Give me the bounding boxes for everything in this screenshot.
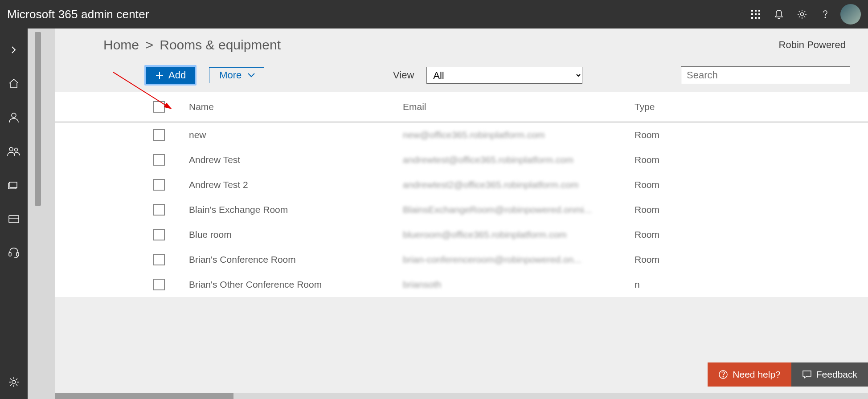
svg-rect-5	[758, 13, 760, 15]
cell-email: brian-conferenceroom@robinpowered.on...	[403, 254, 635, 265]
search-input[interactable]	[681, 66, 850, 84]
cell-type: n	[635, 279, 688, 290]
left-nav	[0, 28, 28, 399]
svg-rect-6	[751, 17, 753, 19]
plus-icon	[155, 71, 164, 80]
billing-icon[interactable]	[3, 208, 25, 230]
table-row[interactable]: Andrew Test andrewtest@office365.robinpl…	[55, 147, 868, 172]
row-checkbox[interactable]	[153, 179, 165, 191]
cell-name: Blue room	[189, 229, 403, 240]
table-header: Name Email Type	[55, 92, 868, 122]
groups-icon[interactable]	[3, 141, 25, 162]
breadcrumb-current: Rooms & equipment	[160, 37, 281, 52]
table-row[interactable]: Blain's Exchange Room BlainsExchangeRoom…	[55, 197, 868, 222]
cell-email: blueroom@office365.robinplatform.com	[403, 229, 635, 240]
chevron-down-icon	[247, 72, 256, 78]
svg-rect-8	[758, 17, 760, 19]
table-row[interactable]: Brian's Conference Room brian-conference…	[55, 247, 868, 272]
notifications-icon[interactable]	[767, 3, 790, 26]
select-all-checkbox[interactable]	[153, 101, 165, 113]
app-title: Microsoft 365 admin center	[7, 8, 149, 21]
user-icon[interactable]	[3, 107, 25, 128]
breadcrumb-home[interactable]: Home	[103, 37, 139, 52]
row-checkbox[interactable]	[153, 229, 165, 240]
question-circle-icon	[718, 370, 728, 379]
view-label: View	[393, 69, 414, 81]
svg-point-13	[15, 148, 18, 151]
svg-rect-14	[10, 182, 17, 187]
svg-rect-3	[751, 13, 753, 15]
more-button-label: More	[219, 69, 242, 81]
add-button[interactable]: Add	[144, 65, 197, 86]
svg-rect-4	[755, 13, 757, 15]
svg-rect-15	[9, 216, 19, 223]
cell-email: andrewtest@office365.robinplatform.com	[403, 155, 635, 165]
column-type[interactable]: Type	[635, 102, 688, 112]
cell-type: Room	[635, 155, 688, 165]
main-content: Home > Rooms & equipment Robin Powered A…	[55, 28, 868, 393]
cell-name: Andrew Test	[189, 155, 403, 165]
horizontal-scrollbar-thumb[interactable]	[55, 393, 233, 399]
cell-name: Brian's Conference Room	[189, 254, 403, 265]
help-icon[interactable]	[814, 3, 837, 26]
table-row[interactable]: Blue room blueroom@office365.robinplatfo…	[55, 222, 868, 247]
support-icon[interactable]	[3, 242, 25, 264]
table-row[interactable]: Andrew Test 2 andrewtest2@office365.robi…	[55, 172, 868, 197]
avatar[interactable]	[840, 4, 861, 24]
cell-type: Room	[635, 229, 688, 240]
view-select[interactable]: All	[426, 67, 582, 84]
table-row[interactable]: Brian's Other Conference Room briansoth …	[55, 272, 868, 297]
vertical-scrollbar-thumb[interactable]	[35, 32, 41, 206]
column-name[interactable]: Name	[189, 102, 403, 112]
rooms-table: Name Email Type new new@office365.robinp…	[55, 92, 868, 297]
cell-email: briansoth	[403, 279, 635, 290]
breadcrumb: Home > Rooms & equipment	[103, 37, 281, 53]
svg-rect-1	[755, 10, 757, 12]
row-checkbox[interactable]	[153, 129, 165, 141]
cell-type: Room	[635, 254, 688, 265]
row-checkbox[interactable]	[153, 279, 165, 290]
svg-point-10	[825, 17, 826, 18]
add-button-label: Add	[168, 69, 186, 81]
home-icon[interactable]	[3, 73, 25, 94]
row-checkbox[interactable]	[153, 204, 165, 216]
feedback-button[interactable]: Feedback	[791, 362, 868, 387]
table-row[interactable]: new new@office365.robinplatform.com Room	[55, 122, 868, 147]
gear-icon[interactable]	[790, 3, 814, 26]
svg-point-12	[9, 147, 13, 151]
row-checkbox[interactable]	[153, 154, 165, 166]
cell-name: new	[189, 130, 403, 140]
cell-name: Blain's Exchange Room	[189, 204, 403, 215]
more-button[interactable]: More	[209, 67, 264, 83]
topbar: Microsoft 365 admin center	[0, 0, 868, 28]
column-email[interactable]: Email	[403, 102, 635, 112]
svg-rect-7	[755, 17, 757, 19]
svg-rect-2	[758, 10, 760, 12]
svg-point-11	[12, 113, 16, 118]
org-name: Robin Powered	[779, 39, 850, 51]
svg-point-19	[12, 380, 16, 384]
resources-icon[interactable]	[3, 175, 25, 196]
app-launcher-icon[interactable]	[744, 3, 767, 26]
need-help-label: Need help?	[733, 369, 780, 380]
feedback-label: Feedback	[816, 369, 857, 380]
chat-icon	[802, 370, 812, 379]
row-checkbox[interactable]	[153, 254, 165, 265]
svg-point-24	[723, 376, 724, 377]
cell-type: Room	[635, 130, 688, 140]
svg-rect-0	[751, 10, 753, 12]
settings-icon[interactable]	[3, 371, 25, 393]
cell-type: Room	[635, 204, 688, 215]
cell-type: Room	[635, 179, 688, 190]
cell-name: Brian's Other Conference Room	[189, 279, 403, 290]
breadcrumb-separator: >	[145, 37, 153, 52]
need-help-button[interactable]: Need help?	[708, 362, 791, 387]
cell-name: Andrew Test 2	[189, 179, 403, 190]
cell-email: new@office365.robinplatform.com	[403, 130, 635, 140]
cell-email: andrewtest2@office365.robinplatform.com	[403, 179, 635, 190]
cell-email: BlainsExchangeRoom@robinpowered.onmi...	[403, 204, 635, 215]
expand-nav-icon[interactable]	[3, 39, 25, 61]
svg-point-9	[801, 13, 804, 16]
